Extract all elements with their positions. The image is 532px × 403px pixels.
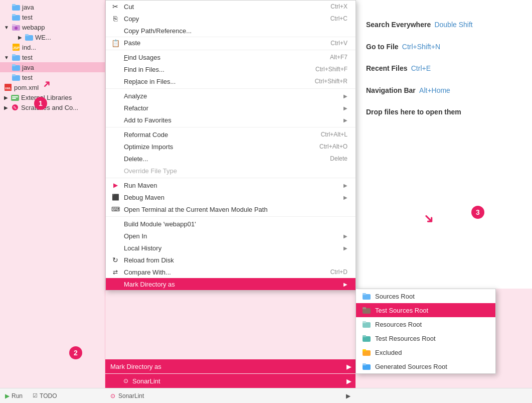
debug-maven-arrow: ▶: [343, 195, 347, 200]
sonarLint-bottom[interactable]: ⊙ SonarLint ▶: [105, 388, 356, 403]
resources-root-icon: [362, 320, 371, 329]
menu-item-compare[interactable]: ⇄ Compare With... Ctrl+D: [106, 266, 356, 278]
svg-text:JSP: JSP: [13, 46, 20, 50]
sidebar-item-webapp[interactable]: ▼ webapp: [0, 22, 105, 32]
separator-3: [106, 127, 356, 127]
menu-label-override-file-type: Override File Type: [124, 167, 347, 175]
menu-shortcut-cut: Ctrl+X: [330, 3, 347, 10]
menu-item-replace-files[interactable]: Replace in Files... Ctrl+Shift+R: [106, 75, 356, 87]
expand-icon-webapp: ▼: [4, 25, 9, 30]
sidebar-item-java1[interactable]: java: [0, 2, 105, 12]
menu-shortcut-copy: Ctrl+C: [330, 15, 347, 22]
menu-item-optimize[interactable]: Optimize Imports Ctrl+Alt+O: [106, 141, 356, 153]
sidebar-label-pom: pom.xml: [14, 84, 39, 91]
mark-dir-active-item[interactable]: Mark Directory as ▶: [105, 359, 356, 373]
menu-item-mark-dir[interactable]: Mark Directory as ▶: [106, 278, 356, 290]
sidebar-item-test-root[interactable]: ▼ test: [0, 52, 105, 62]
submenu-item-test-resources-root[interactable]: Test Resources Root: [356, 331, 495, 345]
menu-item-run-maven[interactable]: ▶ Run Maven ▶: [106, 179, 356, 191]
menu-item-add-favorites[interactable]: Add to Favorites ▶: [106, 114, 356, 126]
sonar-label: SonarLint: [132, 377, 160, 385]
copy-icon: ⎘: [111, 14, 120, 23]
menu-item-reload[interactable]: ↻ Reload from Disk: [106, 254, 356, 266]
folder-blue-icon2: [12, 13, 20, 21]
menu-label-copy: Copy: [124, 15, 310, 23]
test-sources-root-icon: [362, 306, 371, 315]
navigation-bar-shortcut: Alt+Home: [419, 86, 450, 94]
recent-files-label: Recent Files: [366, 64, 407, 72]
sidebar-item-scratches[interactable]: ▶ ✎ Scratches and Co...: [0, 102, 105, 112]
folder-we-icon: [25, 33, 33, 41]
folder-test-child-icon: [12, 73, 20, 81]
menu-item-copy-path[interactable]: Copy Path/Reference...: [106, 25, 356, 37]
menu-item-refactor[interactable]: Refactor ▶: [106, 102, 356, 114]
badge-1: 1: [34, 97, 47, 110]
sidebar: java test ▼ webapp ▶ WE...: [0, 0, 105, 403]
sidebar-label-java-selected: java: [22, 64, 34, 71]
mark-dir-arrow-active: ▶: [346, 363, 356, 370]
sidebar-item-we[interactable]: ▶ WE...: [0, 32, 105, 42]
menu-item-override-file-type[interactable]: Override File Type: [106, 165, 356, 177]
sidebar-item-ind[interactable]: JSP ind...: [0, 42, 105, 52]
svg-rect-31: [363, 335, 366, 337]
bottom-todo[interactable]: ☑ TODO: [33, 392, 57, 399]
svg-rect-29: [363, 321, 366, 323]
excluded-icon: [362, 348, 371, 357]
menu-item-analyze[interactable]: Analyze ▶: [106, 90, 356, 102]
sources-root-icon: [362, 292, 371, 301]
sidebar-label-scratches: Scratches and Co...: [21, 104, 78, 111]
sonar-bottom-arrow: ▶: [346, 392, 350, 399]
menu-shortcut-optimize: Ctrl+Alt+O: [319, 143, 347, 150]
menu-item-copy[interactable]: ⎘ Copy Ctrl+C: [106, 13, 356, 25]
menu-item-build-module[interactable]: Build Module 'webapp01': [106, 218, 356, 230]
sidebar-label-test-child: test: [22, 74, 33, 81]
submenu-item-excluded[interactable]: Excluded: [356, 345, 495, 359]
menu-label-add-favorites: Add to Favorites: [124, 116, 339, 124]
sidebar-item-java-selected[interactable]: java: [0, 62, 105, 72]
menu-item-open-terminal[interactable]: ⌨ Open Terminal at the Current Maven Mod…: [106, 203, 356, 215]
menu-label-run-maven: Run Maven: [124, 182, 339, 189]
file-pom-icon: XML: [4, 83, 12, 91]
badge-3: 3: [471, 206, 484, 219]
drop-files-label: Drop files here to open them: [366, 108, 461, 116]
menu-label-find-usages: Find Usages: [124, 54, 310, 61]
submenu-item-test-sources-root[interactable]: Test Sources Root: [356, 303, 495, 317]
menu-item-delete[interactable]: Delete... Delete: [106, 153, 356, 165]
menu-label-cut: Cut: [124, 3, 310, 11]
menu-label-find-files: Find in Files...: [124, 66, 295, 73]
menu-label-copy-path: Copy Path/Reference...: [124, 27, 347, 35]
menu-item-find-files[interactable]: Find in Files... Ctrl+Shift+F: [106, 63, 356, 75]
folder-special-icon: [12, 23, 20, 31]
submenu-item-sources-root[interactable]: Sources Root: [356, 289, 495, 303]
folder-java-icon: [12, 63, 20, 71]
reload-icon: ↻: [111, 255, 120, 264]
sidebar-item-ext-libs[interactable]: ▶ External Libraries: [0, 92, 105, 102]
navigation-bar-label: Navigation Bar: [366, 86, 416, 94]
sonar-arrow-right: ▶: [346, 377, 356, 385]
submenu-item-resources-root[interactable]: Resources Root: [356, 317, 495, 331]
open-in-arrow: ▶: [343, 233, 347, 239]
menu-shortcut-delete: Delete: [330, 155, 347, 162]
separator-2: [106, 88, 356, 89]
right-panel-search-everywhere: Search Everywhere Double Shift: [366, 20, 522, 30]
maven-run-icon: ▶: [111, 181, 120, 190]
submenu-label-generated-sources-root: Generated Sources Root: [375, 363, 447, 370]
bottom-run[interactable]: ▶ Run: [5, 392, 23, 399]
menu-item-local-history[interactable]: Local History ▶: [106, 242, 356, 254]
menu-item-cut[interactable]: ✂ Cut Ctrl+X: [106, 1, 356, 13]
menu-shortcut-find-usages: Alt+F7: [330, 54, 347, 61]
menu-item-open-in[interactable]: Open In ▶: [106, 230, 356, 242]
expand-icon-we: ▶: [18, 35, 22, 40]
menu-item-debug-maven[interactable]: ⬛ Debug Maven ▶: [106, 191, 356, 203]
menu-item-paste[interactable]: 📋 Paste Ctrl+V: [106, 37, 356, 49]
separator-5: [106, 216, 356, 217]
menu-item-find-usages[interactable]: Find Usages Alt+F7: [106, 51, 356, 63]
submenu-item-generated-sources-root[interactable]: Generated Sources Root: [356, 359, 495, 373]
generated-sources-root-icon: [362, 362, 371, 371]
mark-dir-arrow: ▶: [343, 282, 347, 287]
svg-rect-14: [12, 64, 16, 66]
menu-label-open-terminal: Open Terminal at the Current Maven Modul…: [124, 206, 347, 213]
sidebar-item-test-child[interactable]: test: [0, 72, 105, 82]
sidebar-item-test1[interactable]: test: [0, 12, 105, 22]
menu-item-reformat[interactable]: Reformat Code Ctrl+Alt+L: [106, 128, 356, 141]
